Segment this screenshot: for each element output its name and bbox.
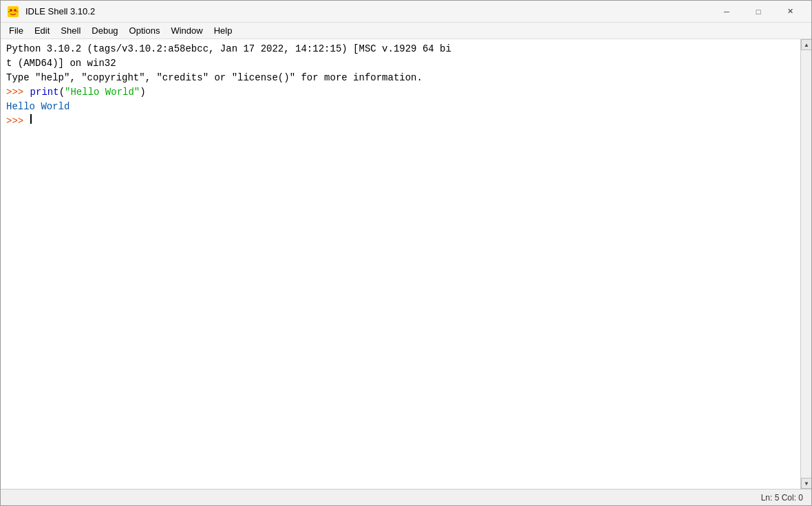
scrollbar-down-arrow[interactable]: ▼	[801, 478, 811, 489]
menu-options[interactable]: Options	[124, 24, 166, 37]
svg-point-1	[10, 9, 12, 12]
prompt-symbol-2: >>>	[6, 114, 30, 129]
banner-line-1: Python 3.10.2 (tags/v3.10.2:a58ebcc, Jan…	[6, 42, 795, 56]
code-string: "Hello World"	[65, 85, 140, 100]
svg-point-4	[17, 11, 18, 12]
scrollbar-up-arrow[interactable]: ▲	[801, 39, 811, 50]
shell-output[interactable]: Python 3.10.2 (tags/v3.10.2:a58ebcc, Jan…	[1, 39, 800, 489]
menu-file[interactable]: File	[3, 24, 29, 37]
menu-window[interactable]: Window	[165, 24, 208, 37]
menu-debug[interactable]: Debug	[86, 24, 123, 37]
status-bar: Ln: 5 Col: 0	[1, 489, 811, 505]
output-line-1: Hello World	[6, 100, 795, 114]
cursor-position: Ln: 5 Col: 0	[761, 493, 803, 503]
svg-point-2	[14, 9, 17, 12]
input-line-1: >>> print("Hello World")	[6, 85, 795, 100]
menu-help[interactable]: Help	[209, 24, 238, 37]
cursor	[30, 114, 32, 124]
shell-area: Python 3.10.2 (tags/v3.10.2:a58ebcc, Jan…	[1, 39, 800, 489]
close-button[interactable]: ✕	[774, 1, 806, 23]
scrollbar-track[interactable]	[801, 50, 811, 478]
title-bar: IDLE Shell 3.10.2 ─ □ ✕	[1, 1, 811, 23]
code-paren-close: )	[140, 85, 145, 100]
code-function: print	[30, 85, 59, 100]
prompt-line-2: >>>	[6, 114, 795, 129]
banner-line-3: Type "help", "copyright", "credits" or "…	[6, 71, 795, 85]
menu-bar: File Edit Shell Debug Options Window Hel…	[1, 23, 811, 39]
banner-line-2: t (AMD64)] on win32	[6, 56, 795, 71]
menu-edit[interactable]: Edit	[29, 24, 55, 37]
window-content: Python 3.10.2 (tags/v3.10.2:a58ebcc, Jan…	[1, 39, 811, 489]
output-text: Hello World	[6, 101, 70, 112]
svg-point-3	[8, 11, 10, 12]
window-title: IDLE Shell 3.10.2	[25, 6, 711, 16]
window-controls: ─ □ ✕	[711, 1, 806, 23]
prompt-symbol-1: >>>	[6, 85, 30, 100]
maximize-button[interactable]: □	[742, 1, 774, 23]
main-window: IDLE Shell 3.10.2 ─ □ ✕ File Edit Shell …	[0, 0, 812, 506]
code-paren-open: (	[59, 85, 65, 100]
scrollbar: ▲ ▼	[800, 39, 811, 489]
menu-shell[interactable]: Shell	[55, 24, 86, 37]
minimize-button[interactable]: ─	[711, 1, 742, 23]
app-icon	[6, 5, 20, 19]
